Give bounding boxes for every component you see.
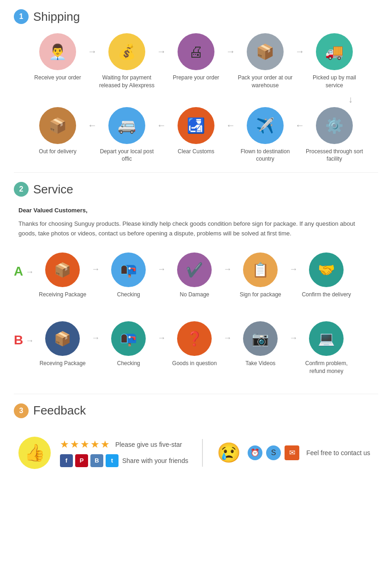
b-label-2: Checking (117, 360, 140, 367)
pickup-icon: 🚚 (316, 33, 353, 70)
b-arr-2: → (157, 333, 166, 343)
a-item-2: 📭 Checking (100, 252, 157, 299)
a-arrow: → (25, 267, 34, 277)
a-arr-1: → (91, 264, 100, 274)
share-label: Share with your friends (122, 457, 188, 464)
letter-a: A (14, 264, 23, 279)
b-icon-5: 💻 (309, 321, 344, 356)
b-flow: 📦 Receving Package → 📭 Checking → ❓ Good… (34, 321, 378, 375)
post-label: Depart your local post offic (97, 148, 157, 163)
shipping-row-2: 📦 Out for delivery ← 🚐 Depart your local… (14, 107, 378, 163)
twitter-btn[interactable]: t (106, 454, 119, 467)
feedback-title: Feedback (33, 403, 86, 418)
a-icon-2: 📭 (111, 252, 146, 287)
flow-item-10: ⚙️ Processed through sort facility (304, 107, 364, 163)
a-label-4: Sign for package (240, 291, 281, 299)
letter-b: B (14, 333, 23, 348)
flight-label: Flown to destination country (235, 148, 295, 163)
service-body: Thanks for choosing Sunguy products. Ple… (18, 219, 374, 239)
b-item-1: 📦 Receving Package (34, 321, 91, 367)
arrow-down: ↓ (348, 94, 353, 105)
b-arr-4: → (289, 333, 297, 343)
feedback-divider (202, 439, 203, 467)
a-arr-4: → (289, 264, 297, 274)
a-flow: 📦 Receiving Package → 📭 Checking → ✔️ No… (34, 252, 378, 299)
pinterest-btn[interactable]: P (75, 454, 88, 467)
contact-label: Feel free to contact us (306, 449, 370, 457)
flow-item-1: 👨‍💼 Receive your order (28, 33, 88, 82)
shipping-row-1: 👨‍💼 Receive your order → 💰 Waiting for p… (14, 33, 378, 90)
contact-side: 😢 ⏰ S ✉ Feel free to contact us (217, 441, 370, 464)
flow-item-6: 📦 Out for delivery (28, 107, 88, 156)
flow-item-3: 🖨 Prepare your order (166, 33, 226, 82)
service-section-header: 2 Service (14, 182, 378, 197)
service-text-block: Dear Valued Customers, Thanks for choosi… (18, 206, 374, 238)
divider-2 (14, 394, 378, 394)
arrow-6: ← (157, 120, 166, 131)
b-icon-3: ❓ (177, 321, 212, 356)
b-label-3: Goods in question (172, 360, 217, 367)
a-icon-4: 📋 (243, 252, 278, 287)
feedback-section-header: 3 Feedback (14, 403, 378, 418)
shipping-section-header: 1 Shipping (14, 9, 378, 24)
email-icon: ✉ (285, 445, 299, 460)
sort-icon: ⚙️ (316, 107, 353, 144)
customs-label: Clear Customs (178, 148, 214, 156)
arrow-3: → (226, 46, 235, 57)
flow-item-7: 🚐 Depart your local post offic (97, 107, 157, 163)
contact-icons: ⏰ S ✉ (248, 445, 299, 460)
b-arr-3: → (223, 333, 232, 343)
facebook-btn[interactable]: f (60, 454, 73, 467)
prepare-label: Prepare your order (173, 74, 220, 82)
a-label-5: Confirm the delivery (302, 291, 351, 299)
service-greeting: Dear Valued Customers, (18, 206, 374, 216)
arrow-4: → (295, 46, 304, 57)
section-num-3: 3 (14, 403, 29, 418)
section-num-2: 2 (14, 182, 29, 197)
b-icon-4: 📷 (243, 321, 278, 356)
arrow-7: ← (226, 120, 235, 131)
b-label-1: Receving Package (40, 360, 86, 367)
five-star-label: Please give us five-star (115, 441, 182, 448)
receive-order-label: Receive your order (34, 74, 81, 82)
arrow-5: ← (88, 120, 97, 131)
divider-1 (14, 172, 378, 173)
arrow-1: → (88, 46, 97, 57)
a-arr-2: → (157, 264, 166, 274)
b-item-5: 💻 Confirm problem, refund money (297, 321, 355, 375)
pack-label: Pack your order at our warehouse (235, 74, 295, 90)
a-arr-3: → (223, 264, 232, 274)
b-item-2: 📭 Checking (100, 321, 157, 367)
a-icon-5: 🤝 (309, 252, 344, 287)
b-item-4: 📷 Take Videos (232, 321, 289, 367)
a-icon-3: ✔️ (177, 252, 212, 287)
flow-item-9: ✈️ Flown to destination country (235, 107, 295, 163)
a-label-2: Checking (117, 291, 140, 299)
arrow-2: → (157, 46, 166, 57)
b-arrow: → (25, 336, 34, 346)
star-rating[interactable]: ★★★★★ (60, 439, 111, 451)
flow-item-5: 🚚 Picked up by mail service (304, 33, 364, 90)
pickup-label: Picked up by mail service (304, 74, 364, 90)
b-arr-1: → (91, 333, 100, 343)
a-item-4: 📋 Sign for package (232, 252, 289, 299)
b-icon-1: 📦 (45, 321, 80, 356)
flow-item-4: 📦 Pack your order at our warehouse (235, 33, 295, 90)
a-item-5: 🤝 Confirm the delivery (297, 252, 355, 299)
feedback-row: 👍 ★★★★★ Please give us five-star f P В t… (14, 427, 378, 478)
b-icon-2: 📭 (111, 321, 146, 356)
b-label-5: Confirm problem, refund money (297, 360, 355, 375)
pack-icon: 📦 (247, 33, 284, 70)
sort-label: Processed through sort facility (304, 148, 364, 163)
flow-item-2: 💰 Waiting for payment released by Aliexp… (97, 33, 157, 90)
flight-icon: ✈️ (247, 107, 284, 144)
a-label-1: Receiving Package (39, 291, 86, 299)
vk-btn[interactable]: В (90, 454, 103, 467)
skype-icon: S (266, 445, 281, 460)
clock-icon: ⏰ (248, 445, 262, 460)
customs-icon: 🛃 (178, 107, 214, 144)
b-label-4: Take Videos (245, 360, 275, 367)
b-item-3: ❓ Goods in question (166, 321, 223, 367)
service-row-a: A → 📦 Receiving Package → 📭 Checking → ✔… (14, 248, 378, 303)
arrow-8: ← (295, 120, 304, 131)
